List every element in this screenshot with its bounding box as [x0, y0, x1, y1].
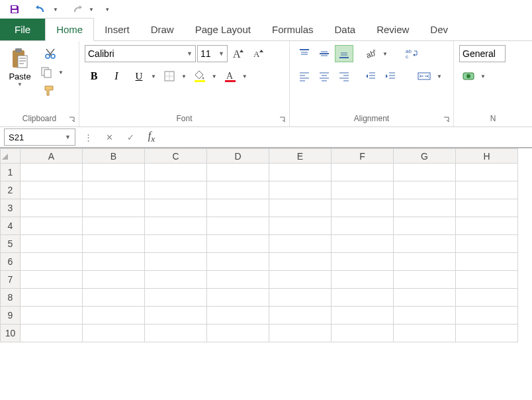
borders-dropdown[interactable]: ▼	[181, 74, 187, 79]
cell[interactable]	[21, 289, 83, 307]
cell[interactable]	[394, 307, 456, 325]
orientation-button[interactable]: ab	[361, 45, 380, 62]
decrease-indent-button[interactable]	[361, 68, 380, 85]
cell[interactable]	[269, 253, 332, 271]
cell[interactable]	[207, 164, 269, 181]
cell[interactable]	[269, 271, 332, 289]
cell[interactable]	[145, 307, 207, 325]
row-header[interactable]: 10	[1, 325, 21, 342]
cell[interactable]	[145, 289, 207, 307]
cell[interactable]	[83, 271, 145, 289]
cell[interactable]	[207, 271, 269, 289]
undo-dropdown[interactable]: ▼	[53, 7, 58, 13]
decrease-font-button[interactable]: A	[249, 45, 267, 62]
formula-options-button[interactable]: ⋮	[79, 128, 97, 146]
redo-button[interactable]	[69, 1, 85, 17]
cell[interactable]	[83, 253, 145, 271]
row-header[interactable]: 8	[1, 289, 21, 307]
cell[interactable]	[456, 217, 518, 235]
row-header[interactable]: 3	[1, 199, 21, 217]
row-header[interactable]: 6	[1, 253, 21, 271]
cell[interactable]	[332, 271, 394, 289]
enter-formula-button[interactable]: ✓	[122, 128, 139, 146]
cell[interactable]	[145, 235, 207, 253]
cell[interactable]	[456, 307, 518, 325]
fill-color-dropdown[interactable]: ▼	[212, 74, 217, 79]
cell[interactable]	[332, 199, 394, 217]
tab-draw[interactable]: Draw	[140, 19, 185, 40]
cell[interactable]	[21, 325, 83, 342]
undo-button[interactable]	[33, 1, 49, 17]
cell[interactable]	[456, 289, 518, 307]
cell[interactable]	[332, 307, 394, 325]
cell[interactable]	[269, 199, 332, 217]
insert-function-button[interactable]: fx	[143, 128, 160, 146]
cell[interactable]	[21, 181, 83, 199]
cell[interactable]	[83, 199, 145, 217]
align-center-button[interactable]	[315, 68, 333, 85]
dialog-launcher-icon[interactable]	[279, 116, 287, 124]
cell[interactable]	[145, 325, 207, 342]
cell[interactable]	[207, 307, 269, 325]
select-all-corner[interactable]	[1, 149, 21, 164]
row-header[interactable]: 2	[1, 181, 21, 199]
cell[interactable]	[145, 164, 207, 181]
fill-color-button[interactable]	[191, 68, 209, 85]
cell[interactable]	[456, 164, 518, 181]
cell[interactable]	[83, 289, 145, 307]
cell[interactable]	[269, 181, 332, 199]
cell[interactable]	[456, 235, 518, 253]
tab-page-layout[interactable]: Page Layout	[185, 19, 261, 40]
underline-button[interactable]: U	[130, 68, 148, 85]
cell[interactable]	[207, 181, 269, 199]
cancel-formula-button[interactable]: ✕	[101, 128, 118, 146]
cell[interactable]	[207, 235, 269, 253]
column-header[interactable]: C	[145, 149, 207, 164]
cell[interactable]	[207, 253, 269, 271]
font-name-combo[interactable]: Calibri ▼	[85, 45, 196, 62]
format-painter-button[interactable]	[37, 82, 64, 99]
font-color-dropdown[interactable]: ▼	[242, 74, 247, 79]
cell[interactable]	[394, 253, 456, 271]
cell[interactable]	[394, 181, 456, 199]
cell[interactable]	[332, 325, 394, 342]
align-right-button[interactable]	[335, 68, 353, 85]
font-color-button[interactable]: A	[221, 68, 240, 85]
cell[interactable]	[394, 271, 456, 289]
cell[interactable]	[269, 217, 332, 235]
tab-home[interactable]: Home	[45, 18, 94, 41]
row-header[interactable]: 1	[1, 164, 21, 181]
cell[interactable]	[332, 253, 394, 271]
cell[interactable]	[332, 235, 394, 253]
increase-font-button[interactable]: A	[229, 45, 247, 62]
name-box[interactable]: S21 ▼	[4, 128, 75, 146]
copy-button[interactable]	[37, 64, 56, 81]
cell[interactable]	[269, 289, 332, 307]
column-header[interactable]: D	[207, 149, 269, 164]
cell[interactable]	[207, 289, 269, 307]
align-left-button[interactable]	[295, 68, 314, 85]
column-header[interactable]: G	[394, 149, 456, 164]
cell[interactable]	[145, 253, 207, 271]
cell[interactable]	[394, 199, 456, 217]
cell[interactable]	[145, 271, 207, 289]
cell[interactable]	[207, 217, 269, 235]
column-header[interactable]: F	[332, 149, 394, 164]
align-top-button[interactable]	[295, 45, 314, 62]
cell[interactable]	[83, 325, 145, 342]
cell[interactable]	[456, 181, 518, 199]
cell[interactable]	[269, 235, 332, 253]
cell[interactable]	[21, 253, 83, 271]
cell[interactable]	[21, 271, 83, 289]
accounting-format-button[interactable]	[459, 68, 478, 85]
cell[interactable]	[269, 325, 332, 342]
row-header[interactable]: 5	[1, 235, 21, 253]
cell[interactable]	[332, 164, 394, 181]
cell[interactable]	[83, 307, 145, 325]
cell[interactable]	[21, 164, 83, 181]
cell[interactable]	[83, 217, 145, 235]
cell[interactable]	[21, 217, 83, 235]
copy-dropdown[interactable]: ▼	[58, 70, 64, 75]
row-header[interactable]: 4	[1, 217, 21, 235]
cell[interactable]	[456, 271, 518, 289]
